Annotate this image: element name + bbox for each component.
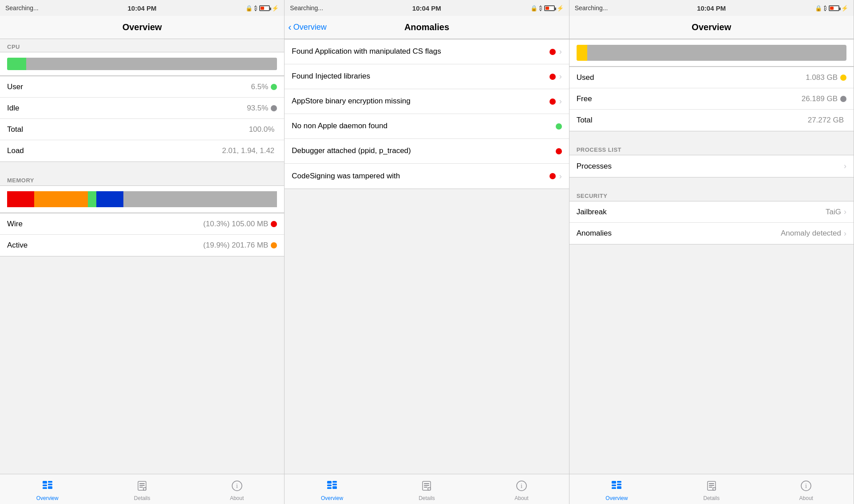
status-time-3: 10:04 PM — [697, 4, 726, 12]
mem-wire-label: Wire — [7, 220, 203, 228]
mem-active-value: (19.9%) 201.76 MB — [203, 241, 268, 250]
tab-about-1[interactable]: i About — [190, 474, 284, 504]
jailbreak-value: TaiG — [826, 208, 841, 217]
disk-free-value: 26.189 GB — [802, 94, 838, 103]
charge-icon-2: ⚡ — [557, 5, 564, 12]
disk-total-label: Total — [577, 116, 808, 125]
security-jailbreak-item[interactable]: Jailbreak TaiG › — [569, 201, 854, 223]
nav-back-button[interactable]: ‹ Overview — [288, 23, 326, 32]
svg-rect-38 — [709, 485, 714, 486]
nav-back-label: Overview — [293, 23, 327, 32]
svg-rect-5 — [48, 486, 52, 489]
about-icon-3: i — [800, 480, 812, 494]
processes-row[interactable]: Processes › — [569, 155, 854, 177]
security-anomalies-item[interactable]: Anomalies Anomaly detected › — [569, 223, 854, 244]
svg-rect-42 — [713, 488, 716, 489]
tab-overview-1[interactable]: Overview — [0, 474, 95, 504]
mem-free-seg — [123, 191, 277, 207]
tab-about-2[interactable]: i About — [474, 474, 569, 504]
tab-bar-3: Overview Details i — [569, 474, 854, 504]
list-item: User 6.5% — [0, 76, 284, 98]
tab-overview-label-1: Overview — [36, 495, 59, 501]
process-list-header: PROCESS LIST — [569, 142, 854, 155]
tab-details-2[interactable]: Details — [380, 474, 474, 504]
anomaly-item-4: No non Apple daemon found — [285, 114, 569, 139]
list-item: Load 2.01, 1.94, 1.42 — [0, 140, 284, 161]
overview-icon-1 — [41, 480, 54, 494]
nav-title-1: Overview — [123, 22, 162, 32]
cpu-load-value: 2.01, 1.94, 1.42 — [222, 146, 274, 155]
anomalies-label: Anomalies — [577, 229, 781, 238]
tab-overview-2[interactable]: Overview — [285, 474, 379, 504]
anomaly-dot-1 — [550, 49, 556, 55]
svg-rect-2 — [43, 487, 47, 489]
anomaly-item-6[interactable]: CodeSigning was tampered with › — [285, 164, 569, 189]
mem-wired-seg — [96, 191, 123, 207]
disk-used-label: Used — [577, 73, 806, 82]
cpu-user-value: 6.5% — [251, 83, 269, 91]
svg-rect-7 — [139, 483, 145, 484]
list-item: Used 1.083 GB — [569, 67, 854, 88]
lock-icon-2: 🔒 — [530, 5, 538, 12]
mem-active-dot — [271, 242, 277, 248]
tab-overview-label-3: Overview — [605, 495, 628, 501]
tab-details-label-2: Details — [419, 495, 435, 501]
cpu-idle-value: 93.5% — [247, 104, 268, 113]
svg-rect-18 — [332, 481, 337, 483]
list-item: Total 100.0% — [0, 119, 284, 140]
svg-rect-19 — [332, 484, 337, 485]
anomaly-item-2[interactable]: Found Injected libraries › — [285, 64, 569, 89]
panel-overview-1: Searching... 10:04 PM 🔒 ₿ ⚡ Overview CPU… — [0, 0, 285, 504]
battery-icon-2 — [544, 5, 555, 11]
anomaly-text-2: Found Injected libraries — [292, 71, 549, 81]
chevron-icon-1: › — [559, 47, 562, 56]
svg-rect-17 — [327, 487, 332, 489]
charge-icon-3: ⚡ — [841, 5, 848, 12]
anomaly-text-4: No non Apple daemon found — [292, 121, 555, 131]
svg-rect-1 — [43, 484, 47, 486]
status-icons-1: 🔒 ₿ ⚡ — [245, 5, 279, 12]
anomaly-text-5: Debugger attached (ppid, p_traced) — [292, 146, 555, 156]
tab-details-3[interactable]: Details — [664, 474, 759, 504]
svg-rect-33 — [617, 481, 621, 483]
nav-title-2: Anomalies — [404, 22, 449, 32]
battery-icon-1 — [259, 5, 270, 11]
tab-details-1[interactable]: Details — [95, 474, 189, 504]
anomaly-dot-3 — [550, 98, 556, 105]
anomaly-dot-6 — [550, 173, 556, 179]
processes-chevron-icon: › — [844, 161, 846, 171]
cpu-total-value: 100.0% — [249, 125, 275, 134]
list-item: Idle 93.5% — [0, 98, 284, 119]
lock-icon-1: 🔒 — [245, 5, 253, 12]
overview-icon-3 — [610, 480, 623, 494]
section-gap-3b — [569, 177, 854, 188]
anomaly-right-3: › — [550, 97, 562, 106]
chevron-icon-3: › — [559, 97, 562, 106]
status-searching-1: Searching... — [5, 4, 39, 12]
anomaly-item-1[interactable]: Found Application with manipulated CS fl… — [285, 39, 569, 64]
svg-rect-34 — [617, 484, 621, 485]
cpu-bar — [7, 58, 277, 70]
anomaly-item-3[interactable]: AppStore binary encryption missing › — [285, 89, 569, 114]
anomaly-dot-4 — [556, 123, 562, 130]
svg-rect-27 — [428, 488, 431, 489]
anomaly-text-1: Found Application with manipulated CS fl… — [292, 47, 549, 56]
svg-rect-0 — [43, 481, 47, 484]
section-gap-3a — [569, 131, 854, 142]
about-icon-2: i — [515, 480, 528, 494]
memory-section-header: MEMORY — [0, 173, 284, 185]
anomalies-value: Anomaly detected — [781, 229, 841, 238]
details-icon-2 — [420, 480, 433, 494]
status-time-1: 10:04 PM — [128, 4, 157, 12]
details-icon-1 — [136, 480, 148, 494]
status-bar-2: Searching... 10:04 PM 🔒 ₿ ⚡ — [285, 0, 569, 16]
back-chevron-icon: ‹ — [288, 23, 291, 32]
svg-rect-31 — [612, 484, 616, 486]
status-searching-2: Searching... — [290, 4, 323, 12]
anomaly-right-6: › — [550, 172, 562, 181]
tab-about-3[interactable]: i About — [759, 474, 854, 504]
mem-wire-value: (10.3%) 105.00 MB — [203, 220, 268, 228]
tab-overview-3[interactable]: Overview — [569, 474, 664, 504]
chevron-icon-6: › — [559, 172, 562, 181]
disk-total-value: 27.272 GB — [808, 116, 844, 125]
